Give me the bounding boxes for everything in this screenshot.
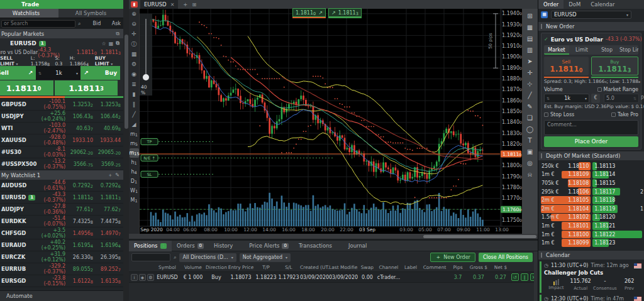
- position-protection-icon[interactable]: ◈: [139, 274, 146, 281]
- bid-price[interactable]: 1.61228: [65, 278, 93, 284]
- position-info-icon[interactable]: i: [131, 274, 138, 281]
- timeframe-button[interactable]: h4: [130, 167, 139, 177]
- column-header[interactable]: T/P: [255, 265, 277, 270]
- bid-price[interactable]: 1.61954: [65, 243, 93, 248]
- watchlist-row[interactable]: ▪ CHFSGD +3.5 (+0.02%) 1.49568 1.49707: [0, 227, 123, 239]
- quick-sell-button[interactable]: Sell↗: [0, 66, 36, 80]
- dom-bid-row[interactable]: 250k € 1.18110: [541, 162, 591, 170]
- dom-ask-row[interactable]: 1.18120: [592, 214, 644, 222]
- dom-ask-row[interactable]: 1.18119 1: [592, 205, 644, 213]
- timeframe-button[interactable]: M1: [130, 195, 139, 205]
- bottom-tab[interactable]: Price Alerts0: [244, 241, 294, 251]
- column-header[interactable]: Gross $: [467, 265, 490, 270]
- watchlist-row[interactable]: ▪ EURCZK +31.9 (+0.12%) 26.3308 26.3958: [0, 251, 123, 263]
- timeframe-button[interactable]: W1: [130, 186, 139, 195]
- watchlist-row[interactable]: ▪ USDJPY +25.6 (+0.24%) 106.438 106.442: [0, 111, 123, 123]
- close-all-positions-button[interactable]: Close All Positions: [479, 253, 533, 262]
- favorite-star-icon[interactable]: ☆: [102, 41, 106, 47]
- drawing-tool-icon[interactable]: ✛: [525, 67, 535, 79]
- ask-price[interactable]: 7.44758: [93, 219, 121, 224]
- bottom-tab[interactable]: Journal: [343, 241, 378, 251]
- column-header[interactable]: Direction: [206, 265, 227, 270]
- drawing-tool-icon[interactable]: ▤: [525, 33, 535, 45]
- drawing-tool-icon[interactable]: ➤: [525, 56, 535, 67]
- bid-price[interactable]: 1.49568: [65, 231, 93, 236]
- bottom-tab[interactable]: History: [209, 241, 244, 251]
- watchlist-row[interactable]: ▪ EURRUB -329.2 (-0.37%) 89.0552 89.2527: [0, 263, 123, 275]
- bid-price[interactable]: 0.72922: [65, 183, 93, 189]
- toolbar-icon[interactable]: ▦: [130, 49, 139, 59]
- toolbar-icon[interactable]: ◢: [130, 119, 139, 129]
- ask-price[interactable]: 106.442: [93, 114, 121, 119]
- ask-price[interactable]: 0.72926: [93, 183, 121, 189]
- bid-price[interactable]: 1933.10: [65, 138, 93, 143]
- bid-price[interactable]: 26.3308: [65, 254, 93, 260]
- position-row[interactable]: i ◈ ⚙ EURUSD€ 1 000Buy1.180731.182231.17…: [129, 271, 538, 283]
- column-header[interactable]: S/L: [277, 265, 300, 270]
- buy-price-panel[interactable]: 1.18113: [55, 80, 118, 96]
- toolbar-icon[interactable]: ▮: [130, 89, 139, 99]
- timeframe-button[interactable]: m5: [130, 139, 139, 148]
- toolbar-icon[interactable]: ⓘ: [130, 39, 139, 49]
- right-panel-tab[interactable]: Calendar: [586, 0, 619, 9]
- order-type-tab[interactable]: Limit: [569, 45, 594, 55]
- dom-ask-row[interactable]: 1.18123: [592, 239, 644, 247]
- watchlist-row[interactable]: ▪ GBPUSD -100.1 (-0.75%) 1.32532 1.32538: [0, 99, 123, 111]
- directions-filter-dropdown[interactable]: All Directions (D...▾: [179, 253, 236, 262]
- toolbar-icon[interactable]: ◉: [130, 69, 139, 79]
- automate-section[interactable]: Automate: [0, 290, 123, 301]
- order-type-tab[interactable]: Stop Limit: [619, 45, 638, 55]
- column-header[interactable]: Channel: [377, 265, 401, 270]
- tab-all-symbols[interactable]: All Symbols: [58, 9, 123, 18]
- reverse-position-icon[interactable]: ↺: [511, 273, 519, 281]
- quick-buy-button[interactable]: ↗Buy: [80, 66, 120, 80]
- aggregation-filter-dropdown[interactable]: Not Aggregated▾: [240, 253, 291, 262]
- bid-price[interactable]: 40.637: [65, 126, 93, 131]
- edit-list-icon[interactable]: ✎: [115, 172, 119, 178]
- drawing-tool-icon[interactable]: ⍾: [525, 169, 535, 180]
- bid-price[interactable]: 3566.75: [65, 161, 93, 167]
- my-watchlist-header[interactable]: My Watchlist 1 ＋ ✎: [0, 170, 123, 180]
- bid-price[interactable]: 89.0552: [65, 266, 93, 272]
- order-type-tab[interactable]: Stop: [594, 45, 619, 55]
- column-header[interactable]: Swap: [358, 265, 377, 270]
- watchlist-row[interactable]: ▪ EURUSD1 -43.3 (-0.37%) 1.18110 1.18113: [0, 192, 123, 204]
- symbol-search-input[interactable]: [1, 20, 75, 28]
- symbol-dropdown[interactable]: EURUSD▾: [551, 11, 631, 19]
- right-panel-tab[interactable]: Order: [538, 0, 564, 9]
- bottom-tab[interactable]: Positions1: [129, 241, 172, 251]
- buy-button[interactable]: Buy 1.18113: [591, 57, 638, 75]
- column-header[interactable]: Comment: [421, 265, 448, 270]
- drawing-tool-icon[interactable]: T: [525, 135, 535, 146]
- dom-section-header[interactable]: Depth Of Market (Standard): [538, 151, 644, 160]
- watchlist-row[interactable]: ▪ EURSGD -23.8 (-0.15%) 1.61228 1.61358: [0, 275, 123, 287]
- timeframe-button[interactable]: m1: [130, 129, 139, 139]
- close-tab-icon[interactable]: ✕: [170, 2, 175, 8]
- chart-sell-button[interactable]: 1.18110 ↗: [292, 8, 326, 17]
- add-symbol-icon[interactable]: ＋: [108, 172, 113, 178]
- sell-limit-button[interactable]: SELL LIMIT ▾: [0, 55, 28, 67]
- toolbar-icon[interactable]: ∥: [130, 99, 139, 109]
- dom-ask-row[interactable]: 1.18114: [592, 171, 644, 179]
- dom-ask-row[interactable]: 1.18122: [592, 231, 644, 239]
- double-position-icon[interactable]: ∥: [521, 273, 528, 281]
- timeframe-button[interactable]: h1: [130, 158, 139, 167]
- edit-list-icon[interactable]: ⧉: [116, 31, 119, 37]
- toolbar-icon[interactable]: ⚙: [130, 59, 139, 69]
- drawing-tool-icon[interactable]: ╱: [525, 90, 535, 101]
- stop-loss-checkbox[interactable]: Stop Loss: [544, 112, 574, 118]
- popout-icon[interactable]: ⧉: [116, 40, 119, 47]
- ask-price[interactable]: 3569.25: [93, 161, 121, 167]
- ask-price[interactable]: 1933.44: [93, 138, 121, 143]
- bid-price[interactable]: 1.32532: [65, 102, 93, 107]
- dom-bid-row[interactable]: 1m € 1.18100: [541, 231, 591, 239]
- bid-price[interactable]: 7.43258: [65, 219, 93, 224]
- dom-bid-row[interactable]: 1.5m € 1.18102: [541, 214, 591, 222]
- popular-markets-header[interactable]: Popular Markets ⧉: [0, 29, 123, 38]
- drawing-tool-icon[interactable]: ❏: [525, 112, 535, 124]
- dom-ask-row[interactable]: 1.18117 2: [592, 188, 644, 196]
- drawing-tool-icon[interactable]: ▣: [525, 146, 535, 158]
- position-edit-icon[interactable]: ⚙: [147, 274, 154, 281]
- drawing-tool-icon[interactable]: ▥: [525, 45, 535, 56]
- column-header[interactable]: Created (UT..: [300, 265, 329, 270]
